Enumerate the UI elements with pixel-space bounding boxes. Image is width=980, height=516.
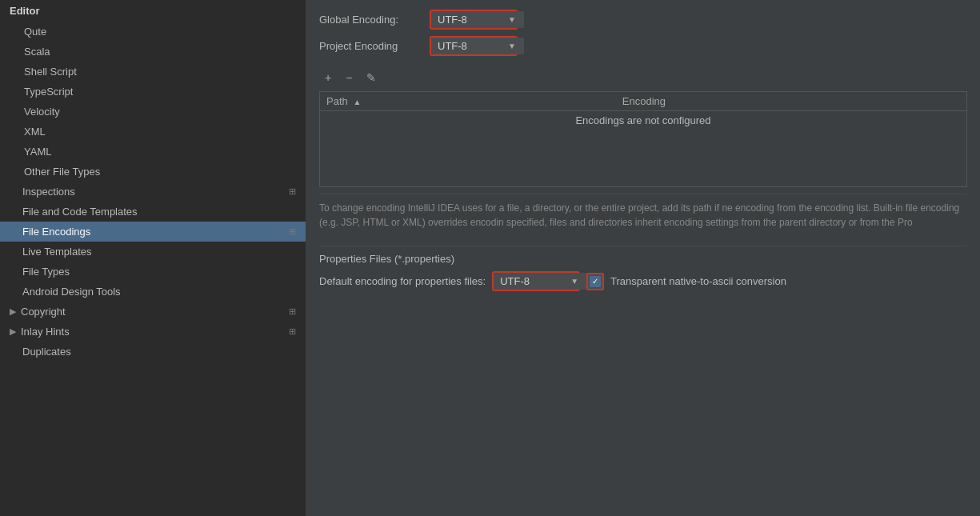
project-encoding-label: Project Encoding <box>319 40 423 52</box>
sidebar-item-velocity[interactable]: Velocity <box>0 102 306 122</box>
file-types-label: File Types <box>22 266 296 278</box>
transparent-checkbox <box>590 276 601 287</box>
inlay-hints-label: Inlay Hints <box>21 326 286 338</box>
project-encoding-row: Project Encoding UTF-8 ISO-8859-1 window… <box>319 36 967 56</box>
sidebar-item-scala[interactable]: Scala <box>0 42 306 62</box>
other-file-types-label: Other File Types <box>24 166 296 178</box>
sidebar-item-file-code-templates[interactable]: File and Code Templates <box>0 202 306 222</box>
settings-sidebar: Editor QuteScalaShell ScriptTypeScriptVe… <box>0 0 306 516</box>
sidebar-item-live-templates[interactable]: Live Templates <box>0 242 306 262</box>
inlay-hints-grid-icon: ⊞ <box>289 326 296 337</box>
scala-label: Scala <box>24 46 296 58</box>
inspections-label: Inspections <box>22 186 286 198</box>
add-button[interactable]: + <box>319 69 337 86</box>
inlay-hints-expand-icon: ▶ <box>10 326 16 337</box>
properties-encoding-select-wrapper: UTF-8 ISO-8859-1 windows-1252 ▼ <box>492 271 580 291</box>
sidebar-section-editor: Editor <box>0 0 306 22</box>
yaml-label: YAML <box>24 146 296 158</box>
properties-section: Properties Files (*.properties) Default … <box>319 246 967 291</box>
encoding-top-section: Global Encoding: UTF-8 ISO-8859-1 window… <box>319 10 967 62</box>
sidebar-item-shell-script[interactable]: Shell Script <box>0 62 306 82</box>
global-encoding-select[interactable]: UTF-8 ISO-8859-1 windows-1252 <box>431 11 524 28</box>
project-encoding-select[interactable]: UTF-8 ISO-8859-1 windows-1252 <box>431 38 524 54</box>
android-design-tools-label: Android Design Tools <box>22 286 296 298</box>
qute-label: Qute <box>24 26 296 38</box>
sidebar-item-file-types[interactable]: File Types <box>0 262 306 282</box>
sidebar-item-copyright[interactable]: ▶Copyright⊞ <box>0 302 306 322</box>
table-toolbar: + − ✎ <box>319 69 967 86</box>
properties-encoding-label: Default encoding for properties files: <box>319 275 486 287</box>
path-column-header[interactable]: Path ▲ <box>320 92 616 111</box>
inspections-grid-icon: ⊞ <box>289 186 296 197</box>
global-encoding-row: Global Encoding: UTF-8 ISO-8859-1 window… <box>319 10 967 30</box>
properties-section-title: Properties Files (*.properties) <box>319 253 967 265</box>
edit-button[interactable]: ✎ <box>361 69 382 86</box>
xml-label: XML <box>24 126 296 138</box>
velocity-label: Velocity <box>24 106 296 118</box>
sidebar-item-yaml[interactable]: YAML <box>0 142 306 162</box>
remove-button[interactable]: − <box>340 69 358 86</box>
copyright-expand-icon: ▶ <box>10 306 16 317</box>
transparent-checkbox-wrapper[interactable] <box>586 273 604 290</box>
sort-arrow-icon: ▲ <box>353 98 361 106</box>
sidebar-item-android-design-tools[interactable]: Android Design Tools <box>0 282 306 302</box>
file-code-templates-label: File and Code Templates <box>22 206 296 218</box>
duplicates-label: Duplicates <box>22 346 296 358</box>
properties-encoding-select[interactable]: UTF-8 ISO-8859-1 windows-1252 <box>494 273 586 290</box>
sidebar-item-other-file-types[interactable]: Other File Types <box>0 162 306 182</box>
copyright-grid-icon: ⊞ <box>289 306 296 317</box>
table-empty-message: Encodings are not configured <box>320 111 966 130</box>
encoding-info-text: To change encoding IntelliJ IDEA uses fo… <box>319 194 967 236</box>
properties-row: Default encoding for properties files: U… <box>319 271 967 291</box>
live-templates-label: Live Templates <box>22 246 296 258</box>
sidebar-item-duplicates[interactable]: Duplicates <box>0 342 306 362</box>
encoding-column-header: Encoding <box>616 92 966 111</box>
sidebar-item-file-encodings[interactable]: File Encodings⊞ <box>0 222 306 242</box>
global-encoding-label: Global Encoding: <box>319 14 423 26</box>
sidebar-item-typescript[interactable]: TypeScript <box>0 82 306 102</box>
main-content-area: Global Encoding: UTF-8 ISO-8859-1 window… <box>306 0 980 516</box>
typescript-label: TypeScript <box>24 86 296 98</box>
file-encodings-grid-icon: ⊞ <box>289 226 296 237</box>
copyright-label: Copyright <box>21 306 286 318</box>
global-encoding-select-wrapper: UTF-8 ISO-8859-1 windows-1252 ▼ <box>430 10 518 30</box>
file-encodings-label: File Encodings <box>22 226 286 238</box>
transparent-label: Transparent native-to-ascii conversion <box>610 275 786 287</box>
project-encoding-select-wrapper: UTF-8 ISO-8859-1 windows-1252 ▼ <box>430 36 518 56</box>
encoding-table-container: Path ▲ Encoding Encodings are not config… <box>319 91 967 187</box>
sidebar-item-qute[interactable]: Qute <box>0 22 306 42</box>
sidebar-item-xml[interactable]: XML <box>0 122 306 142</box>
sidebar-item-inlay-hints[interactable]: ▶Inlay Hints⊞ <box>0 322 306 342</box>
sidebar-item-inspections[interactable]: Inspections⊞ <box>0 182 306 202</box>
shell-script-label: Shell Script <box>24 66 296 78</box>
encoding-table: Path ▲ Encoding Encodings are not config… <box>320 92 966 130</box>
